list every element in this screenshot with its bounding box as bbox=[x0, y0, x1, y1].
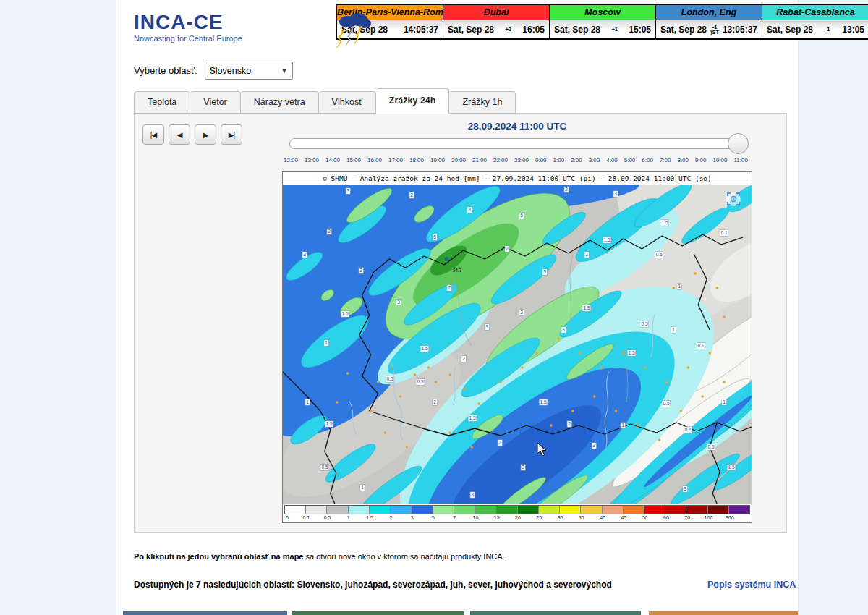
time-tick-labels: 12:0013:0014:0015:0016:0017:0018:0019:00… bbox=[284, 157, 748, 164]
region-select-label: Vyberte oblasť: bbox=[134, 65, 197, 76]
legend-label: 30 bbox=[558, 515, 563, 520]
legend-cell bbox=[708, 506, 729, 514]
map-title: © SHMÚ - Analýza zrážok za 24 hod [mm] -… bbox=[283, 172, 752, 185]
legend-cell bbox=[644, 506, 665, 514]
clock-date: Sat, Sep 28 bbox=[448, 25, 494, 35]
note-rest: sa otvorí nové okno v ktorom sa načítajú… bbox=[304, 552, 505, 561]
legend-label: 0 bbox=[286, 515, 289, 520]
next-frame-button[interactable]: ▶ bbox=[195, 124, 216, 145]
legend-cell bbox=[729, 506, 749, 514]
legend-label: 25 bbox=[536, 515, 542, 520]
chevron-down-icon: ▼ bbox=[281, 67, 288, 75]
clock-time: 13:05:37 bbox=[723, 25, 757, 35]
legend-cell bbox=[624, 506, 644, 514]
legend-cell bbox=[518, 506, 539, 514]
clock-city-time: Sat, Sep 28+115:05 bbox=[550, 20, 656, 38]
time-tick: 10:00 bbox=[712, 157, 727, 164]
legend-label: 45 bbox=[621, 515, 626, 520]
legend-label: 35 bbox=[579, 515, 584, 520]
time-tick: 13:00 bbox=[305, 157, 319, 164]
time-tick: 6:00 bbox=[642, 157, 653, 164]
time-tick: 3:00 bbox=[589, 157, 600, 164]
logo-title: INCA-CE bbox=[134, 12, 293, 33]
time-tick: 17:00 bbox=[388, 157, 403, 164]
tab-narazy-vetra[interactable]: Nárazy vetra bbox=[241, 91, 319, 114]
region-preview-bar bbox=[123, 611, 287, 615]
clock-city-time: Sat, Sep 28+216:05 bbox=[443, 20, 550, 38]
precipitation-legend: 00.10.511.523571015202530354045506070100… bbox=[283, 504, 752, 522]
legend-label: 5 bbox=[432, 515, 435, 520]
clock-date: Sat, Sep 28 bbox=[554, 25, 600, 35]
legend-cell bbox=[391, 506, 412, 514]
time-tick: 9:00 bbox=[695, 157, 707, 164]
legend-label: 2 bbox=[389, 515, 392, 520]
time-tick: 4:00 bbox=[606, 157, 618, 164]
legend-label: 40 bbox=[600, 515, 605, 520]
legend-cell bbox=[370, 506, 391, 514]
tab-vietor[interactable]: Vietor bbox=[190, 91, 240, 114]
legend-cell bbox=[560, 506, 581, 514]
region-preview-bar bbox=[470, 611, 641, 615]
legend-label: 300 bbox=[726, 515, 734, 520]
inca-logo: INCA-CE Nowcasting for Central Europe bbox=[134, 12, 293, 43]
map-datetime-title: 28.09.2024 11:00 UTC bbox=[282, 121, 752, 132]
tab-vlhkost[interactable]: Vlhkosť bbox=[319, 91, 376, 114]
legend-label: 1.5 bbox=[366, 515, 373, 520]
legend-cell bbox=[412, 506, 433, 514]
time-tick: 12:00 bbox=[284, 157, 298, 164]
tab-zrazky-24h[interactable]: Zrážky 24h bbox=[376, 88, 450, 114]
legend-cell bbox=[686, 506, 707, 514]
legend-label: 0.5 bbox=[324, 515, 331, 520]
time-tick: 2:00 bbox=[571, 157, 582, 164]
legend-label: 7 bbox=[453, 515, 456, 520]
clock-date: Sat, Sep 28 bbox=[660, 25, 707, 35]
logo-subtitle: Nowcasting for Central Europe bbox=[134, 34, 293, 43]
legend-cell bbox=[665, 506, 686, 514]
map-click-note: Po kliknutí na jednu vybranú oblasť na m… bbox=[134, 552, 505, 561]
time-slider-handle[interactable] bbox=[728, 133, 749, 154]
precipitation-map-frame: © SHMÚ - Analýza zrážok za 24 hod [mm] -… bbox=[282, 171, 752, 523]
time-tick: 0:00 bbox=[535, 157, 547, 164]
time-tick: 23:00 bbox=[514, 157, 529, 164]
prev-frame-button[interactable]: ◀ bbox=[169, 124, 190, 145]
time-slider-track[interactable] bbox=[289, 138, 748, 149]
time-tick: 8:00 bbox=[677, 157, 689, 164]
time-tick: 20:00 bbox=[451, 157, 466, 164]
time-tick: 21:00 bbox=[472, 157, 487, 164]
legend-label: 70 bbox=[684, 515, 690, 520]
legend-label: 15 bbox=[494, 515, 500, 520]
legend-label: 60 bbox=[663, 515, 669, 520]
legend-cell bbox=[603, 506, 624, 514]
fullscreen-icon[interactable] bbox=[726, 191, 741, 207]
precipitation-map[interactable]: 3233251.50.13325734.72321.50.511.5131.53… bbox=[283, 185, 752, 504]
last-frame-button[interactable]: ▶| bbox=[221, 124, 242, 145]
frame-nav-buttons: |◀◀▶▶| bbox=[142, 124, 242, 145]
time-tick: 22:00 bbox=[493, 157, 508, 164]
legend-cell bbox=[285, 506, 306, 514]
clock-date: Sat, Sep 28 bbox=[767, 25, 813, 35]
inca-page: Berlin-Paris-Vienna-Roma Dubai Moscow Lo… bbox=[0, 0, 868, 615]
popis-systemu-inca-link[interactable]: Popis systému INCA bbox=[707, 580, 796, 590]
clock-city-name: Rabat-Casablanca bbox=[762, 5, 868, 20]
legend-cell bbox=[475, 506, 496, 514]
time-tick: 18:00 bbox=[409, 157, 424, 164]
legend-label: 0.1 bbox=[302, 515, 310, 520]
clock-offset: +2 bbox=[505, 27, 511, 32]
tab-teplota[interactable]: Teplota bbox=[134, 91, 190, 114]
legend-cell bbox=[306, 506, 327, 514]
legend-cell bbox=[454, 506, 475, 514]
clock-offset: -1 bbox=[825, 27, 830, 32]
tab-zrazky-1h[interactable]: Zrážky 1h bbox=[449, 91, 516, 114]
time-tick: 14:00 bbox=[326, 157, 340, 164]
clock-city-time: Sat, Sep 28-1)ST13:05:37 bbox=[656, 20, 762, 38]
note-bold: Po kliknutí na jednu vybranú oblasť na m… bbox=[134, 552, 304, 561]
clock-time: 16:05 bbox=[522, 25, 545, 35]
clock-city-name: London, Eng bbox=[656, 5, 762, 20]
first-frame-button[interactable]: |◀ bbox=[142, 124, 164, 145]
legend-cell bbox=[349, 506, 370, 514]
time-tick: 1:00 bbox=[553, 157, 565, 164]
region-preview-bar bbox=[292, 611, 464, 615]
region-select[interactable]: Slovensko ▼ bbox=[205, 62, 293, 80]
clock-city-time: Sat, Sep 28-113:05 bbox=[762, 20, 868, 38]
clock-time: 13:05 bbox=[842, 25, 864, 35]
